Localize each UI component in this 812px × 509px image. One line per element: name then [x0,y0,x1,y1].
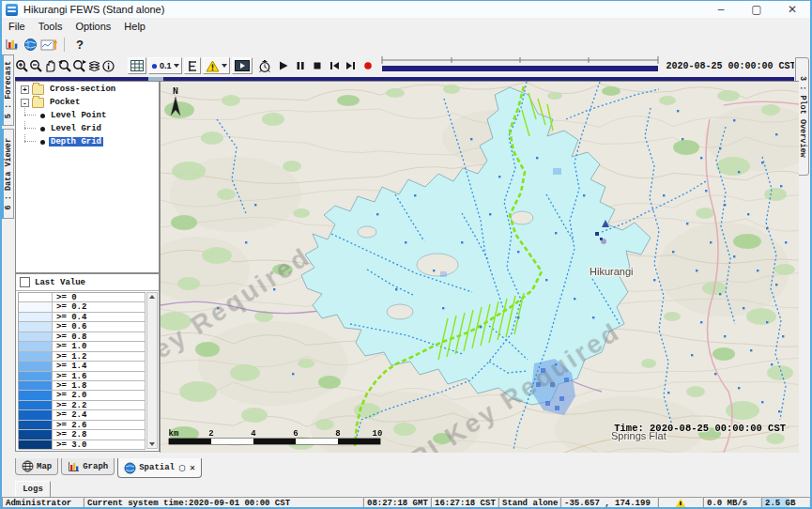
node-bullet-icon [40,127,45,131]
tab-spatial[interactable]: Spatial ▢ ✕ [117,458,202,478]
legend-label: >= 3.0 [53,440,146,449]
close-tab-icon[interactable]: ✕ [190,462,195,473]
tree-item-label: Cross-section [48,85,117,94]
tree-item-level-point[interactable]: Level Point [16,110,159,121]
close-button[interactable]: ✕ [774,1,810,18]
legend-row[interactable]: >= 1.6 [19,372,146,381]
tab-data-viewer[interactable]: 6 : Data Viewer [2,129,14,219]
last-value-row: Last Value [16,274,159,291]
tab-plot-overview-label: 3 : Plot Overview [798,76,807,158]
layers-tree-panel: + Cross-section - Pocket Level Point Lev… [15,81,160,273]
zoom-out-icon[interactable] [29,57,43,74]
legend-row[interactable]: >= 0.2 [19,302,146,312]
memory-label: 2.5 GB [765,499,795,508]
tab-forecast[interactable]: 5 : Forecast [2,54,14,126]
tree-item-cross-section[interactable]: + Cross-section [16,84,159,95]
status-memory-gauge[interactable]: 2.5 GB [761,497,810,509]
menu-file[interactable]: File [2,20,32,33]
north-label: N [173,86,178,97]
tree-item-depth-grid[interactable]: Depth Grid [16,136,159,147]
legend-color-swatch [19,430,53,439]
show-grid-button[interactable] [128,57,146,74]
tree-item-label: Level Grid [49,124,103,133]
pause-button[interactable] [295,57,306,74]
menu-tools[interactable]: Tools [32,20,69,33]
legend-row[interactable]: >= 0.6 [19,322,146,332]
tab-map[interactable]: Map [15,458,58,475]
tab-graph-label: Graph [83,462,108,471]
zoom-in-icon[interactable] [15,57,29,74]
legend-row[interactable]: >= 2.0 [19,391,146,400]
threshold-value: 0.1 [160,61,172,70]
tree-item-level-grid[interactable]: Level Grid [16,123,159,134]
legend-row[interactable]: >= 2.2 [19,401,146,410]
legend-scrollbar[interactable] [146,292,158,449]
depth-legend-panel: Last Value >= 0>= 0.2>= 0.4>= 0.6>= 0.8>… [15,273,160,452]
maximize-button[interactable]: ▢ [739,1,774,18]
map-viewport[interactable]: API Key Required API Key Required Hikura… [160,81,799,453]
scale-tick: 6 [293,429,298,439]
legend-row[interactable]: >= 1.0 [19,342,146,351]
help-button[interactable]: ? [70,36,89,53]
legend-row[interactable]: >= 1.2 [19,352,146,362]
menu-options[interactable]: Options [69,20,117,33]
record-button[interactable] [362,57,374,74]
legend-row[interactable]: >= 2.6 [19,421,146,430]
window-title: Hikurangi FEWS (Stand alone) [23,4,164,15]
logs-button[interactable]: Logs [15,481,51,498]
step-forward-button[interactable] [345,57,357,74]
last-value-checkbox[interactable] [20,277,30,287]
legend-row[interactable]: >= 2.4 [19,410,146,420]
scale-tick: 10 [373,429,383,439]
map-canvas[interactable]: API Key Required API Key Required Hikura… [161,82,799,453]
legend-row[interactable]: >= 0.8 [19,332,146,342]
tab-graph[interactable]: Graph [61,458,115,475]
tree-item-pocket[interactable]: - Pocket [16,97,159,108]
legend-color-swatch [19,401,53,409]
menu-help[interactable]: Help [117,20,152,33]
footer: Map Graph Spatial ▢ ✕ Logs [2,458,810,497]
scroll-down-icon[interactable] [149,442,155,446]
status-warning[interactable] [658,497,703,509]
undock-tab-icon[interactable]: ▢ [179,462,185,473]
folder-icon [32,98,44,108]
legend-row[interactable]: >= 3.0 [19,440,146,450]
legend-row[interactable]: >= 1.8 [19,381,146,391]
contour-threshold-dropdown[interactable]: 0.1 [148,57,182,74]
legend-row[interactable]: >= 1.4 [19,362,146,371]
legend-label: >= 2.2 [53,401,146,409]
scroll-up-icon[interactable] [149,295,155,299]
map-toolbar: 0.1 [15,54,794,77]
status-system-time: Current system time:2020-09-01 00:00 CST [84,497,363,509]
current-timestep-label: 2020-08-25 00:00:00 CST [666,61,796,71]
tab-map-label: Map [37,462,52,471]
stop-button[interactable] [312,57,323,74]
database-chart-icon[interactable] [2,36,21,53]
legend-row[interactable]: >= 2.8 [19,430,146,440]
expand-icon[interactable]: + [21,85,29,94]
spatial-display-icon[interactable] [39,36,58,53]
classbreaks-button[interactable] [184,57,201,74]
pan-hand-icon[interactable] [43,57,57,74]
step-back-button[interactable] [329,57,341,74]
legend-row[interactable]: >= 0 [19,293,146,302]
info-icon[interactable] [101,57,115,74]
time-slider[interactable] [379,54,661,77]
tree-item-label: Level Point [49,111,108,120]
layers-icon[interactable] [87,57,101,74]
animation-timer-icon[interactable] [257,57,272,74]
tab-data-viewer-label: 6 : Data Viewer [4,138,13,210]
zoom-previous-icon[interactable] [57,57,72,74]
play-button[interactable] [278,57,289,74]
minimize-button[interactable]: – [703,1,739,18]
legend-label: >= 0.8 [53,332,146,341]
collapse-icon[interactable]: - [21,99,29,107]
legend-color-swatch [19,332,53,341]
movie-export-button[interactable] [232,57,253,74]
globe-explorer-icon[interactable] [21,36,39,53]
legend-row[interactable]: >= 0.4 [19,313,146,322]
status-local-time: 16:27:18 CST [431,497,498,509]
zoom-next-icon[interactable] [72,57,87,74]
thresholds-warning-dropdown[interactable] [203,57,230,74]
main-toolbar: ? [2,34,810,55]
